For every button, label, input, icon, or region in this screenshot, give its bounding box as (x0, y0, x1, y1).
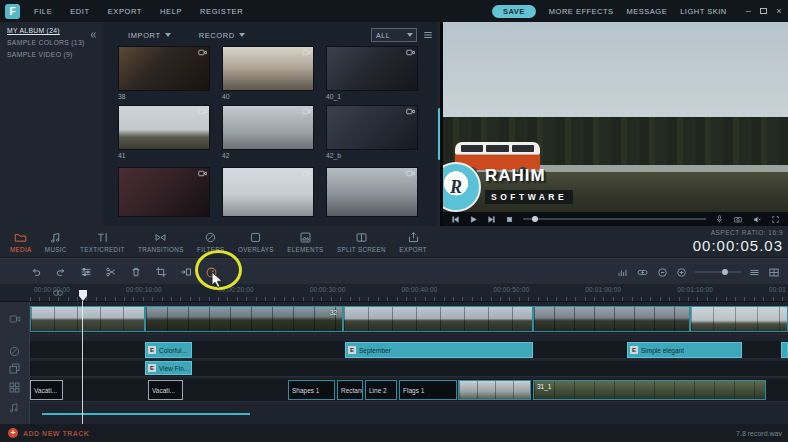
snapshot-camera-button[interactable] (733, 215, 743, 224)
add-new-track-button[interactable]: + ADD NEW TRACK (8, 428, 89, 438)
list-view-icon[interactable] (423, 30, 433, 40)
media-thumbnail[interactable] (326, 46, 418, 91)
current-timecode: 00:00:05.03 (693, 237, 783, 254)
element-clip[interactable]: Line 2 (365, 380, 397, 400)
media-thumbnail[interactable] (118, 105, 210, 150)
timecode-block: ASPECT RATIO: 16:9 00:00:05.03 (693, 229, 783, 254)
record-dropdown[interactable]: RECORD (199, 31, 245, 40)
element-clip[interactable]: Flags 1 (399, 380, 457, 400)
delete-trash-button[interactable] (130, 266, 142, 278)
menu-register[interactable]: REGISTER (200, 7, 243, 16)
volume-button[interactable] (752, 215, 762, 224)
menu-export[interactable]: EXPORT (108, 7, 142, 16)
element-clip[interactable]: Vacati... (30, 380, 63, 400)
effects-track: E Colorful... E September E Simple elega… (30, 341, 788, 359)
audio-track-icon[interactable] (8, 401, 20, 414)
tab-export[interactable]: EXPORT (399, 231, 427, 253)
close-button[interactable]: × (776, 6, 782, 16)
maximize-button[interactable] (760, 8, 767, 14)
keyframe-icon[interactable] (636, 267, 649, 278)
fullscreen-button[interactable] (771, 215, 780, 224)
fit-timeline-icon[interactable] (749, 267, 760, 278)
plus-icon: + (8, 428, 18, 438)
ruler-tick: 00:00:40:00 (402, 286, 438, 293)
app-logo: F (5, 4, 20, 19)
seek-slider[interactable] (523, 218, 706, 220)
video-clip[interactable] (30, 306, 145, 332)
media-thumbnail[interactable] (222, 105, 314, 150)
tab-transitions[interactable]: TRANSITIONS (138, 231, 184, 253)
seek-slider-thumb[interactable] (532, 216, 538, 222)
tab-elements[interactable]: ELEMENTS (287, 231, 323, 253)
light-skin-button[interactable]: LIGHT SKIN (680, 7, 727, 16)
crop-button[interactable] (155, 266, 167, 278)
ruler-tick: 00:01:10:00 (677, 286, 713, 293)
undo-button[interactable] (30, 266, 42, 278)
tab-music[interactable]: MUSIC (45, 231, 67, 253)
voiceover-mic-button[interactable] (715, 214, 724, 224)
timeline-ruler[interactable]: 00:00:00:00 00:00:10:00 00:00:20:00 00:0… (0, 284, 788, 302)
video-track-icon[interactable] (8, 313, 22, 325)
filter-track-icon[interactable] (8, 345, 21, 358)
zoom-in-icon[interactable] (676, 267, 687, 278)
media-thumbnail-label: 38 (118, 93, 126, 100)
zoom-out-icon[interactable] (657, 267, 668, 278)
media-thumbnail[interactable] (222, 46, 314, 91)
element-clip[interactable]: Vacati... (148, 380, 183, 400)
preview-video[interactable]: R RAHIM SOFTWARE (443, 22, 788, 212)
timeline-zoom-slider[interactable] (695, 271, 741, 273)
overlay-track-icon[interactable] (8, 362, 21, 375)
elements-track-icon[interactable] (8, 381, 21, 394)
filmora-window: F FILE EDIT EXPORT HELP REGISTER SAVE MO… (0, 0, 788, 442)
tab-media[interactable]: MEDIA (10, 231, 31, 253)
media-thumbnail[interactable] (118, 46, 210, 91)
ruler-tick: 00:00:50:00 (493, 286, 529, 293)
track-manager-icon[interactable] (768, 267, 780, 278)
text-clip[interactable]: E View Fin... (145, 361, 192, 375)
video-clip[interactable] (690, 306, 788, 332)
play-button[interactable] (469, 215, 478, 224)
link-tracks-icon[interactable] (52, 288, 64, 298)
message-button[interactable]: MESSAGE (627, 7, 668, 16)
save-button[interactable]: SAVE (492, 5, 536, 18)
effect-clip[interactable]: E September (345, 342, 533, 358)
minimize-button[interactable]: – (746, 6, 752, 16)
video-clip[interactable]: 31_1 (533, 380, 766, 400)
collapse-sidebar-icon[interactable] (88, 30, 98, 40)
effect-clip[interactable]: E Simple elegant (627, 342, 742, 358)
stop-button[interactable] (505, 215, 514, 224)
adjust-sliders-icon[interactable] (80, 266, 92, 278)
audio-clip[interactable] (42, 413, 250, 415)
video-clip[interactable] (458, 380, 531, 400)
previous-frame-button[interactable] (451, 215, 460, 224)
menu-help[interactable]: HELP (160, 7, 182, 16)
split-scissors-button[interactable] (105, 266, 117, 278)
tab-overlays[interactable]: OVERLAYS (238, 231, 274, 253)
menu-edit[interactable]: EDIT (70, 7, 89, 16)
import-dropdown[interactable]: IMPORT (128, 31, 171, 40)
element-clip[interactable]: Rectangle (337, 380, 363, 400)
video-clip[interactable] (533, 306, 690, 332)
effect-clip[interactable] (781, 342, 788, 358)
redo-button[interactable] (55, 266, 67, 278)
element-clip[interactable]: Shapes 1 (288, 380, 335, 400)
media-thumbnail[interactable] (326, 105, 418, 150)
tab-split-screen[interactable]: SPLIT SCREEN (337, 231, 386, 253)
menu-file[interactable]: FILE (34, 7, 52, 16)
video-clip[interactable] (343, 306, 533, 332)
media-thumbnail[interactable] (326, 167, 418, 217)
more-effects-button[interactable]: MORE EFFECTS (549, 7, 614, 16)
tab-text-credit[interactable]: TEXT/CREDIT (80, 231, 125, 253)
media-thumbnail[interactable] (118, 167, 210, 217)
effect-clip[interactable]: E Colorful... (145, 342, 192, 358)
zoom-slider-thumb[interactable] (722, 269, 728, 275)
media-filter-select[interactable]: ALL (371, 28, 417, 42)
next-frame-button[interactable] (487, 215, 496, 224)
media-thumbnail[interactable] (222, 167, 314, 217)
sidebar-item-sample-video[interactable]: SAMPLE VIDEO (9) (0, 46, 103, 58)
add-to-timeline-button[interactable] (180, 266, 192, 278)
text-badge: E (148, 364, 156, 372)
video-clip[interactable] (145, 306, 343, 332)
audio-track (30, 404, 788, 420)
audio-mixer-icon[interactable] (617, 267, 628, 278)
